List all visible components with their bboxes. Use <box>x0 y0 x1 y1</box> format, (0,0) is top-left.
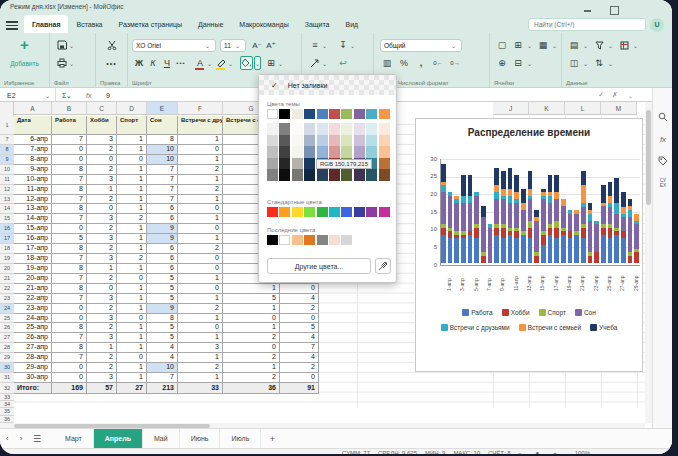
theme-color-swatch[interactable] <box>267 109 278 119</box>
table-cell[interactable]: 8 <box>52 244 87 254</box>
table-cell[interactable]: 9 <box>147 304 178 314</box>
stacked-bar-13-апр[interactable] <box>521 189 526 263</box>
rotate-text-icon[interactable] <box>309 56 321 70</box>
search-input[interactable] <box>528 18 646 31</box>
table-cell[interactable]: 1 <box>87 343 117 353</box>
table-cell[interactable]: 2 <box>87 353 117 363</box>
align-caret-icon[interactable]: ⌄ <box>322 42 329 49</box>
stacked-bar-15-апр[interactable] <box>534 210 539 263</box>
table-header-cell[interactable]: Спорт <box>117 116 147 135</box>
filter-icon[interactable] <box>593 38 605 52</box>
menu-tab-Вид[interactable]: Вид <box>338 15 367 33</box>
sheet-tab-Март[interactable]: Март <box>54 429 94 449</box>
theme-shade-swatch[interactable] <box>366 123 377 135</box>
cancel-entry-icon[interactable]: ✗ <box>612 88 618 102</box>
increase-font-icon[interactable]: A⁺ <box>265 38 277 52</box>
theme-shade-swatch[interactable] <box>267 135 278 147</box>
stacked-bar-17-апр[interactable] <box>548 175 553 263</box>
table-cell[interactable]: 1 <box>178 175 223 185</box>
table-cell[interactable]: 0 <box>117 274 147 284</box>
table-cell[interactable]: 5 <box>147 333 178 343</box>
theme-shade-swatch[interactable] <box>279 146 290 158</box>
table-cell[interactable]: 2 <box>87 304 117 314</box>
standard-color-swatch[interactable] <box>279 207 290 217</box>
recent-color-swatch[interactable] <box>341 235 352 245</box>
hamburger-menu-icon[interactable] <box>6 19 18 29</box>
row-header-24[interactable]: 24 <box>0 304 14 314</box>
theme-shade-swatch[interactable] <box>379 158 390 170</box>
table-cell[interactable]: 0 <box>178 323 223 333</box>
table-cell[interactable]: 8 <box>52 204 87 214</box>
table-cell[interactable]: 10 <box>147 363 178 373</box>
table-cell[interactable]: 9-апр <box>14 165 52 175</box>
stacked-bar-1-апр[interactable] <box>441 164 446 263</box>
row-header-27[interactable]: 27 <box>0 333 14 343</box>
column-header-K[interactable]: K <box>529 102 565 115</box>
theme-shade-swatch[interactable] <box>329 123 340 135</box>
vertical-align-caret-icon[interactable]: ⌄ <box>350 42 357 49</box>
table-cell[interactable]: 1 <box>178 333 223 343</box>
align-icon[interactable]: ≡ <box>309 38 321 52</box>
standard-color-swatch[interactable] <box>292 207 303 217</box>
column-header-A[interactable]: A <box>14 102 52 115</box>
table-cell[interactable]: 0 <box>178 264 223 274</box>
table-cell[interactable]: 0 <box>178 224 223 234</box>
theme-shade-swatch[interactable] <box>304 123 315 135</box>
standard-color-swatch[interactable] <box>304 207 315 217</box>
font-color-icon[interactable]: A <box>194 56 206 70</box>
wrap-text-icon[interactable]: ↩ <box>337 56 349 70</box>
row-header-21[interactable]: 21 <box>0 274 14 284</box>
theme-shade-swatch[interactable] <box>341 135 352 147</box>
table-cell[interactable]: 4 <box>147 353 178 363</box>
menu-tab-Главная[interactable]: Главная <box>24 15 68 33</box>
table-cell[interactable]: 8-апр <box>14 155 52 165</box>
confirm-entry-icon[interactable]: ✓ <box>598 88 604 102</box>
recent-color-swatch[interactable] <box>279 235 290 245</box>
theme-shade-swatch[interactable] <box>354 169 365 181</box>
borders-caret-icon[interactable]: ⌄ <box>278 60 285 67</box>
print-icon[interactable] <box>56 56 68 70</box>
table-cell[interactable]: 0 <box>280 314 319 324</box>
column-header-D[interactable]: D <box>117 102 147 115</box>
cells-style-caret-icon[interactable]: ⌄ <box>552 42 559 49</box>
table-cell[interactable]: 2 <box>223 353 280 363</box>
theme-shade-swatch[interactable] <box>329 135 340 147</box>
row-header-14[interactable]: 14 <box>0 204 14 214</box>
theme-shade-swatch[interactable] <box>304 169 315 181</box>
maximize-button[interactable] <box>610 6 618 14</box>
stacked-bar-9-апр[interactable] <box>494 168 499 263</box>
theme-shade-swatch[interactable] <box>341 169 352 181</box>
theme-shade-swatch[interactable] <box>292 146 303 158</box>
stacked-bar-6-апр[interactable] <box>474 192 479 263</box>
stacked-bar-16-апр[interactable] <box>541 189 546 263</box>
table-cell[interactable]: 1 <box>178 214 223 224</box>
table-cell[interactable]: 1 <box>223 363 280 373</box>
rotate-text-caret-icon[interactable]: ⌄ <box>322 60 329 67</box>
table-cell[interactable]: 5 <box>147 294 178 304</box>
table-cell[interactable]: 1 <box>178 155 223 165</box>
table-cell[interactable]: 1 <box>178 373 223 383</box>
vertical-scrollbar[interactable] <box>645 102 652 423</box>
pivot-caret-icon[interactable]: ⌄ <box>633 42 640 49</box>
theme-shade-swatch[interactable] <box>279 158 290 170</box>
column-header-C[interactable]: C <box>87 102 117 115</box>
table-cell[interactable]: 15-апр <box>14 224 52 234</box>
table-cell[interactable]: 1 <box>117 323 147 333</box>
table-cell[interactable]: 7 <box>147 175 178 185</box>
table-cell[interactable]: 0 <box>117 155 147 165</box>
table-cell[interactable]: 2 <box>87 363 117 373</box>
row-header-1[interactable]: 1 <box>0 116 14 135</box>
menu-tab-Макрокоманды[interactable]: Макрокоманды <box>231 15 296 33</box>
row-header-9[interactable]: 9 <box>0 155 14 165</box>
table-cell[interactable]: 10 <box>147 145 178 155</box>
insert-cells-caret-icon[interactable]: ⌄ <box>527 42 534 49</box>
expand-formula-bar-icon[interactable]: ⌄ <box>628 88 633 102</box>
row-header-35[interactable]: 35 <box>0 408 14 415</box>
table-cell[interactable]: 1 <box>178 195 223 205</box>
theme-shade-swatch[interactable] <box>267 146 278 158</box>
recent-color-swatch[interactable] <box>304 235 315 245</box>
table-cell[interactable]: 2 <box>178 304 223 314</box>
table-cell[interactable]: 7-апр <box>14 145 52 155</box>
table-cell[interactable]: 2 <box>87 244 117 254</box>
table-cell[interactable]: 0 <box>87 284 117 294</box>
